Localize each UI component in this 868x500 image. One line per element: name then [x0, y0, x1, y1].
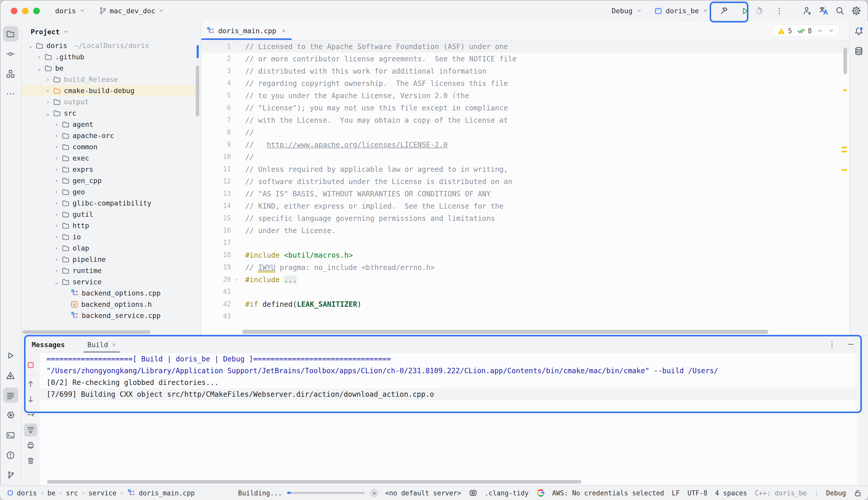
tree-item-apache-orc[interactable]: ›apache-orc: [22, 130, 200, 141]
chevron-collapsed-icon[interactable]: ›: [52, 189, 60, 195]
chevron-collapsed-icon[interactable]: ›: [35, 54, 43, 60]
project-tool-button[interactable]: [3, 26, 18, 42]
line-ending-status[interactable]: LF: [672, 489, 680, 497]
docker-icon[interactable]: [469, 489, 477, 497]
project-selector[interactable]: doris: [55, 7, 85, 15]
translate-icon[interactable]: [819, 6, 828, 15]
encoding-status[interactable]: UTF-8: [688, 489, 707, 497]
tree-item-backend-service-cpp[interactable]: C++backend_service.cpp: [22, 310, 200, 321]
git-tool-button[interactable]: [3, 467, 18, 482]
warning-stripe-mark[interactable]: [843, 90, 847, 91]
run-configuration-selector[interactable]: doris_be: [655, 7, 708, 15]
tree-item-output[interactable]: ›output: [22, 96, 200, 107]
chevron-collapsed-icon[interactable]: ›: [52, 200, 60, 206]
terminal-tool-button[interactable]: [3, 428, 18, 443]
chevron-collapsed-icon[interactable]: ›: [44, 76, 51, 82]
tool-window-options-icon[interactable]: [828, 341, 836, 348]
next-message-button[interactable]: [24, 393, 37, 406]
messages-tool-button[interactable]: [3, 387, 18, 403]
print-button[interactable]: [24, 439, 37, 452]
clang-tidy-status[interactable]: .clang-tidy: [484, 489, 528, 497]
notifications-button[interactable]: [851, 23, 867, 39]
chevron-expanded-icon[interactable]: ⌄: [35, 65, 43, 71]
build-console[interactable]: ====================[ Build | doris_be |…: [40, 353, 857, 486]
tree-vertical-scrollbar[interactable]: [196, 66, 199, 116]
profiler-tool-button[interactable]: [3, 367, 18, 383]
tree-item-olap[interactable]: ›olap: [22, 242, 200, 253]
database-tool-button[interactable]: [851, 44, 867, 59]
close-tab-icon[interactable]: ✕: [282, 27, 285, 34]
scroll-to-end-button[interactable]: [24, 423, 37, 436]
cancel-build-button[interactable]: ✕: [370, 489, 378, 497]
tree-item-build-release[interactable]: ›build_Release: [22, 73, 200, 85]
code-with-me-icon[interactable]: [802, 6, 812, 15]
breadcrumb-item-be[interactable]: be: [47, 489, 56, 497]
inspections-widget[interactable]: 5 8: [772, 24, 840, 37]
tree-item-agent[interactable]: ›agent: [22, 118, 200, 130]
unlocked-padlock-icon[interactable]: [854, 489, 862, 497]
breadcrumb-item-doris-main-cpp[interactable]: doris_main.cpp: [139, 489, 195, 497]
tree-item-geo[interactable]: ›geo: [22, 186, 200, 197]
prev-issue-icon[interactable]: [817, 27, 823, 34]
chevron-collapsed-icon[interactable]: ›: [52, 121, 60, 127]
tree-item-doris[interactable]: ⌄doris~/LocalDoris/doris: [22, 40, 200, 51]
build-tab[interactable]: Build ✕: [87, 336, 116, 353]
chevron-collapsed-icon[interactable]: ›: [44, 99, 51, 105]
tree-item-io[interactable]: ›io: [22, 231, 200, 242]
chevron-collapsed-icon[interactable]: ›: [52, 222, 60, 229]
debug-mode-status[interactable]: Debug: [826, 489, 846, 497]
chevron-collapsed-icon[interactable]: ›: [52, 267, 60, 274]
tree-item-cmake-build-debug[interactable]: ›cmake-build-debug: [22, 85, 200, 96]
run-button-icon[interactable]: [741, 7, 750, 15]
problems-tool-button[interactable]: [3, 447, 18, 463]
more-tools-button[interactable]: [3, 86, 18, 101]
soft-wrap-button[interactable]: [24, 408, 37, 421]
tree-item-glibc-compatibility[interactable]: ›glibc-compatibility: [22, 197, 200, 208]
build-type-selector[interactable]: Debug: [612, 7, 642, 15]
tree-item-backend-options-cpp[interactable]: C++backend_options.cpp: [22, 287, 200, 298]
chevron-collapsed-icon[interactable]: ›: [52, 245, 60, 251]
chevron-collapsed-icon[interactable]: ›: [52, 155, 60, 161]
chevron-expanded-icon[interactable]: ⌄: [44, 110, 51, 116]
prev-message-button[interactable]: [24, 377, 37, 390]
breadcrumbs[interactable]: doris›be›src›service›C++doris_main.cpp: [7, 489, 195, 497]
warning-stripe-mark[interactable]: [842, 169, 847, 171]
tree-item-service[interactable]: ⌄service: [22, 276, 200, 287]
google-icon[interactable]: [536, 489, 544, 497]
chevron-collapsed-icon[interactable]: ›: [44, 87, 51, 94]
warning-stripe-mark[interactable]: [842, 151, 847, 152]
tree-item-backend-options-h[interactable]: Hbackend_options.h: [22, 298, 200, 310]
commit-tool-button[interactable]: [3, 46, 18, 61]
search-everywhere-icon[interactable]: [835, 6, 845, 15]
breadcrumb-item-service[interactable]: service: [89, 489, 117, 497]
build-spinner-icon[interactable]: [754, 7, 763, 15]
tree-horizontal-scrollbar[interactable]: [23, 330, 150, 334]
maximize-window-button[interactable]: [33, 8, 40, 14]
chevron-collapsed-icon[interactable]: ›: [52, 132, 60, 139]
editor-vertical-scrollbar[interactable]: [844, 47, 847, 74]
editor-horizontal-scrollbar[interactable]: [242, 330, 769, 334]
chevron-collapsed-icon[interactable]: ›: [52, 211, 60, 217]
chevron-expanded-icon[interactable]: ⌄: [26, 42, 34, 49]
structure-tool-button[interactable]: [3, 66, 18, 81]
chevron-collapsed-icon[interactable]: ›: [52, 144, 60, 150]
settings-gear-icon[interactable]: [852, 6, 861, 15]
chevron-collapsed-icon[interactable]: ›: [52, 234, 60, 240]
console-horizontal-scrollbar[interactable]: [47, 480, 582, 484]
build-hammer-icon[interactable]: [720, 7, 728, 15]
run-tool-button[interactable]: [3, 348, 18, 363]
tree-item-gutil[interactable]: ›gutil: [22, 208, 200, 220]
chevron-collapsed-icon[interactable]: ›: [52, 166, 60, 172]
tree-item-gen-cpp[interactable]: ›gen_cpp: [22, 175, 200, 186]
tree-item-pipeline[interactable]: ›pipeline: [22, 253, 200, 265]
tree-item-runtime[interactable]: ›runtime: [22, 265, 200, 276]
minimize-window-button[interactable]: [22, 8, 28, 14]
chevron-collapsed-icon[interactable]: ›: [52, 256, 60, 262]
clear-all-button[interactable]: [24, 454, 37, 467]
tree-item--github[interactable]: ›.github: [22, 51, 200, 62]
close-window-button[interactable]: [11, 8, 17, 14]
tree-item-exprs[interactable]: ›exprs: [22, 163, 200, 175]
project-panel-header[interactable]: Project: [22, 22, 200, 40]
code-editor[interactable]: 1// Licensed to the Apache Software Foun…: [201, 41, 849, 336]
chevron-collapsed-icon[interactable]: ›: [52, 177, 60, 184]
